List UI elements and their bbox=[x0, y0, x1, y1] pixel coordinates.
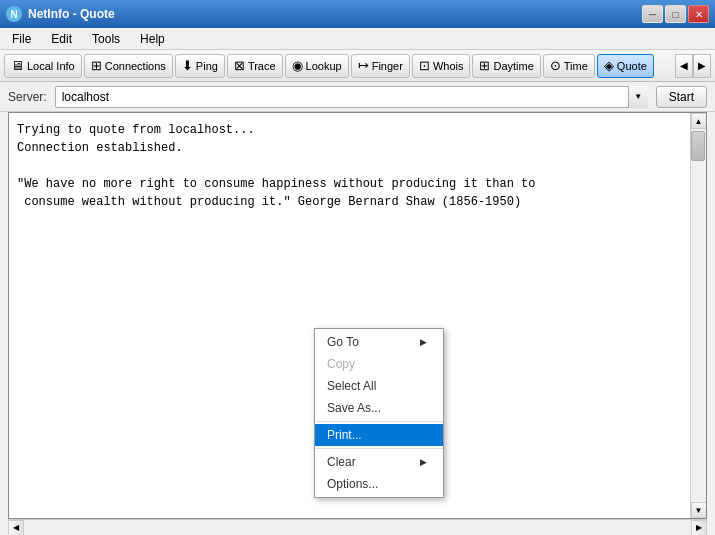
toolbar-trace[interactable]: ⊠ Trace bbox=[227, 54, 283, 78]
ctx-clear-arrow: ▶ bbox=[420, 457, 427, 467]
quote-icon: ◈ bbox=[604, 58, 614, 73]
scroll-left-button[interactable]: ◀ bbox=[8, 520, 24, 536]
app-icon: N bbox=[6, 6, 22, 22]
server-label: Server: bbox=[8, 90, 47, 104]
scroll-thumb[interactable] bbox=[691, 131, 705, 161]
ctx-save-as[interactable]: Save As... bbox=[315, 397, 443, 419]
ctx-select-all[interactable]: Select All bbox=[315, 375, 443, 397]
connections-label: Connections bbox=[105, 60, 166, 72]
toolbar-nav: ◀ ▶ bbox=[675, 54, 711, 78]
server-bar: Server: ▼ Start bbox=[0, 82, 715, 112]
title-bar: N NetInfo - Quote ─ □ ✕ bbox=[0, 0, 715, 28]
menu-help[interactable]: Help bbox=[132, 30, 173, 48]
ctx-separator-1 bbox=[315, 421, 443, 422]
menu-edit[interactable]: Edit bbox=[43, 30, 80, 48]
trace-icon: ⊠ bbox=[234, 58, 245, 73]
whois-label: Whois bbox=[433, 60, 464, 72]
context-menu: Go To ▶ Copy Select All Save As... Print… bbox=[314, 328, 444, 498]
scroll-track bbox=[691, 129, 706, 502]
ctx-save-as-label: Save As... bbox=[327, 401, 381, 415]
ctx-options-label: Options... bbox=[327, 477, 378, 491]
whois-icon: ⊡ bbox=[419, 58, 430, 73]
horizontal-scrollbar: ◀ ▶ bbox=[8, 519, 707, 535]
ctx-options[interactable]: Options... bbox=[315, 473, 443, 495]
nav-left-button[interactable]: ◀ bbox=[675, 54, 693, 78]
finger-label: Finger bbox=[372, 60, 403, 72]
toolbar: 🖥 Local Info ⊞ Connections ⬇ Ping ⊠ Trac… bbox=[0, 50, 715, 82]
h-scroll-track bbox=[24, 520, 691, 536]
local-info-icon: 🖥 bbox=[11, 58, 24, 73]
window-controls: ─ □ ✕ bbox=[642, 5, 709, 23]
toolbar-connections[interactable]: ⊞ Connections bbox=[84, 54, 173, 78]
title-bar-left: N NetInfo - Quote bbox=[6, 6, 115, 22]
toolbar-daytime[interactable]: ⊞ Daytime bbox=[472, 54, 540, 78]
ctx-print-label: Print... bbox=[327, 428, 362, 442]
ctx-separator-2 bbox=[315, 448, 443, 449]
daytime-icon: ⊞ bbox=[479, 58, 490, 73]
toolbar-time[interactable]: ⊙ Time bbox=[543, 54, 595, 78]
ctx-goto-label: Go To bbox=[327, 335, 359, 349]
trace-label: Trace bbox=[248, 60, 276, 72]
toolbar-whois[interactable]: ⊡ Whois bbox=[412, 54, 471, 78]
menu-bar: File Edit Tools Help bbox=[0, 28, 715, 50]
ping-icon: ⬇ bbox=[182, 58, 193, 73]
ctx-goto[interactable]: Go To ▶ bbox=[315, 331, 443, 353]
menu-tools[interactable]: Tools bbox=[84, 30, 128, 48]
time-icon: ⊙ bbox=[550, 58, 561, 73]
server-dropdown-button[interactable]: ▼ bbox=[628, 86, 648, 108]
toolbar-ping[interactable]: ⬇ Ping bbox=[175, 54, 225, 78]
toolbar-lookup[interactable]: ◉ Lookup bbox=[285, 54, 349, 78]
start-button[interactable]: Start bbox=[656, 86, 707, 108]
ctx-clear[interactable]: Clear ▶ bbox=[315, 451, 443, 473]
lookup-icon: ◉ bbox=[292, 58, 303, 73]
ctx-goto-arrow: ▶ bbox=[420, 337, 427, 347]
connections-icon: ⊞ bbox=[91, 58, 102, 73]
ctx-clear-label: Clear bbox=[327, 455, 356, 469]
scroll-up-button[interactable]: ▲ bbox=[691, 113, 707, 129]
ctx-copy: Copy bbox=[315, 353, 443, 375]
scroll-right-button[interactable]: ▶ bbox=[691, 520, 707, 536]
menu-file[interactable]: File bbox=[4, 30, 39, 48]
close-button[interactable]: ✕ bbox=[688, 5, 709, 23]
ctx-select-all-label: Select All bbox=[327, 379, 376, 393]
ping-label: Ping bbox=[196, 60, 218, 72]
scroll-down-button[interactable]: ▼ bbox=[691, 502, 707, 518]
ctx-copy-label: Copy bbox=[327, 357, 355, 371]
toolbar-local-info[interactable]: 🖥 Local Info bbox=[4, 54, 82, 78]
local-info-label: Local Info bbox=[27, 60, 75, 72]
main-area: Trying to quote from localhost... Connec… bbox=[8, 112, 707, 519]
toolbar-quote[interactable]: ◈ Quote bbox=[597, 54, 654, 78]
toolbar-finger[interactable]: ↦ Finger bbox=[351, 54, 410, 78]
nav-right-button[interactable]: ▶ bbox=[693, 54, 711, 78]
server-input[interactable] bbox=[55, 86, 648, 108]
vertical-scrollbar: ▲ ▼ bbox=[690, 113, 706, 518]
ctx-print[interactable]: Print... bbox=[315, 424, 443, 446]
daytime-label: Daytime bbox=[493, 60, 533, 72]
maximize-button[interactable]: □ bbox=[665, 5, 686, 23]
time-label: Time bbox=[564, 60, 588, 72]
app-window: N NetInfo - Quote ─ □ ✕ File Edit Tools … bbox=[0, 0, 715, 535]
minimize-button[interactable]: ─ bbox=[642, 5, 663, 23]
finger-icon: ↦ bbox=[358, 58, 369, 73]
lookup-label: Lookup bbox=[306, 60, 342, 72]
server-input-wrap: ▼ bbox=[55, 86, 648, 108]
quote-label: Quote bbox=[617, 60, 647, 72]
window-title: NetInfo - Quote bbox=[28, 7, 115, 21]
